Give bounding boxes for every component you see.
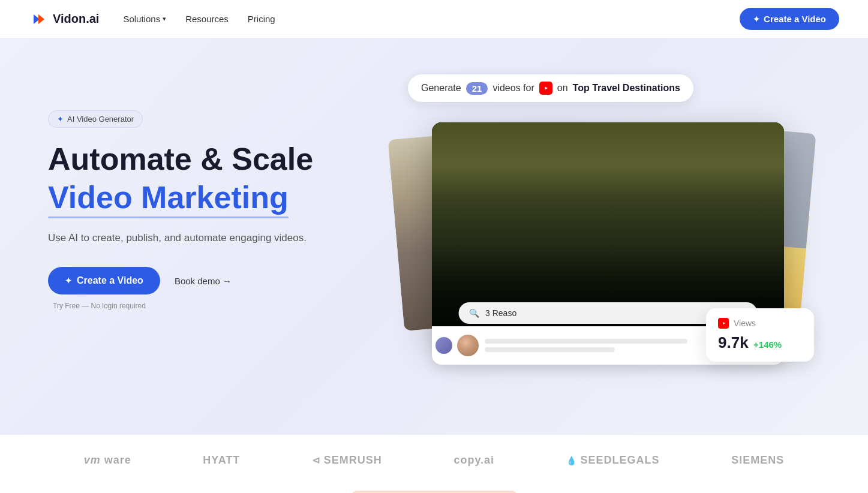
bottom-peek <box>0 486 868 493</box>
logo-semrush: ⊲ SEMRUSH <box>312 454 382 467</box>
hyatt-text: HYATT <box>203 454 240 467</box>
hero-section: ✦ AI Video Generator Automate & Scale Vi… <box>0 38 868 434</box>
logo-siemens: SIEMENS <box>731 454 784 467</box>
semrush-icon: ⊲ <box>312 455 320 466</box>
youtube-views-icon <box>718 318 729 329</box>
youtube-icon <box>539 82 552 95</box>
chevron-down-icon: ▾ <box>163 15 166 23</box>
try-free-text: Try Free — No login required <box>53 302 384 310</box>
hero-actions: ✦ Create a Video Book demo → <box>48 267 384 294</box>
views-count: 9.7k <box>718 333 749 351</box>
vmware-text: vm <box>84 454 101 467</box>
sparkle-badge-icon: ✦ <box>57 115 64 124</box>
svg-rect-1 <box>432 122 784 209</box>
views-card: Views 9.7k +146% <box>706 308 814 362</box>
logo[interactable]: Vidon.ai <box>29 10 99 29</box>
logo-hyatt: HYATT <box>203 454 240 467</box>
views-label: Views <box>734 318 756 328</box>
avatar-primary <box>457 335 479 356</box>
logo-text: Vidon.ai <box>53 12 99 26</box>
logo-seedlegals: 💧 SEEDLEGALS <box>566 454 660 467</box>
hero-title-line1: Automate & Scale <box>48 142 384 176</box>
ai-badge: ✦ AI Video Generator <box>48 110 143 128</box>
hero-left: ✦ AI Video Generator Automate & Scale Vi… <box>48 74 384 310</box>
nav-links: Solutions ▾ Resources Pricing <box>123 14 275 24</box>
comment-line-1 <box>485 339 687 344</box>
svg-marker-7 <box>530 167 643 230</box>
main-video-card: 🔍 3 Reaso <box>432 122 784 338</box>
book-demo-button[interactable]: Book demo → <box>175 276 232 286</box>
views-header: Views <box>718 318 802 329</box>
search-icon: 🔍 <box>469 308 479 318</box>
generate-number-badge: 21 <box>466 82 488 95</box>
nav-pricing[interactable]: Pricing <box>248 14 275 24</box>
avatar-secondary <box>434 336 453 355</box>
logos-section: vmware HYATT ⊲ SEMRUSH copy.ai 💧 SEEDLEG… <box>0 434 868 486</box>
comment-line-2 <box>485 347 615 352</box>
hero-create-video-button[interactable]: ✦ Create a Video <box>48 267 160 294</box>
search-input-text: 3 Reaso <box>485 308 516 318</box>
generate-topic: Top Travel Destinations <box>573 83 680 94</box>
nav-solutions[interactable]: Solutions ▾ <box>123 14 166 24</box>
logo-copyai: copy.ai <box>453 454 494 467</box>
video-area: 🔍 3 Reaso <box>396 110 820 410</box>
views-stats: 9.7k +146% <box>718 333 802 352</box>
views-growth: +146% <box>753 339 782 350</box>
hero-right: Generate 21 videos for on Top Travel Des… <box>384 74 820 410</box>
bottom-bar-decoration <box>350 491 518 493</box>
navbar: Vidon.ai Solutions ▾ Resources Pricing ✦… <box>0 0 868 38</box>
seedlegals-icon: 💧 <box>566 456 577 465</box>
nav-left: Vidon.ai Solutions ▾ Resources Pricing <box>29 10 275 29</box>
sparkle-btn-icon: ✦ <box>65 276 72 285</box>
logo-icon <box>29 10 48 29</box>
sparkle-icon: ✦ <box>753 14 760 24</box>
nav-resources[interactable]: Resources <box>185 14 229 24</box>
hero-subtitle: Use AI to create, publish, and automate … <box>48 230 384 246</box>
logo-vmware: vmware <box>84 454 131 467</box>
svg-marker-6 <box>432 174 545 230</box>
nav-create-video-button[interactable]: ✦ Create a Video <box>740 8 839 30</box>
svg-marker-8 <box>629 170 742 230</box>
hero-title-line2: Video Marketing <box>48 180 289 216</box>
generate-pill: Generate 21 videos for on Top Travel Des… <box>408 74 693 102</box>
